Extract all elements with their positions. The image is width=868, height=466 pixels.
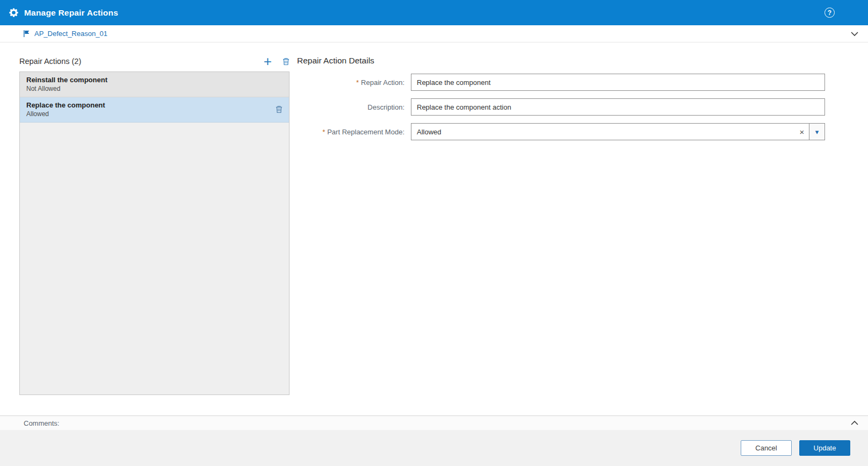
- list-header: Repair Actions (2) +: [19, 55, 290, 67]
- list-item-text: Reinstall the component Not Allowed: [26, 76, 107, 92]
- description-input[interactable]: [411, 98, 825, 116]
- item-title: Replace the component: [26, 101, 105, 109]
- form-row-part-replacement-mode: *Part Replacement Mode: × ▾: [297, 123, 825, 140]
- repair-actions-panel: Repair Actions (2) + Reinstall the compo…: [19, 55, 290, 395]
- cancel-button[interactable]: Cancel: [741, 440, 792, 456]
- clear-icon[interactable]: ×: [795, 124, 809, 140]
- details-title: Repair Action Details: [297, 56, 374, 66]
- part-replacement-mode-input[interactable]: [411, 124, 795, 140]
- list-title: Repair Actions (2): [19, 57, 81, 66]
- comments-section: Comments:: [0, 415, 868, 430]
- footer: Cancel Update: [0, 430, 868, 466]
- add-repair-action-button[interactable]: +: [263, 56, 273, 66]
- chevron-down-icon[interactable]: [850, 31, 859, 37]
- item-title: Reinstall the component: [26, 76, 107, 84]
- manage-gear-icon: [9, 8, 19, 18]
- delete-repair-action-button[interactable]: [283, 58, 290, 66]
- repair-action-input[interactable]: [411, 74, 825, 91]
- required-marker: *: [356, 78, 359, 87]
- details-form: *Repair Action: Description: *Part Repla…: [297, 74, 825, 148]
- repair-actions-list: Reinstall the component Not Allowed Repl…: [19, 71, 290, 395]
- item-subtitle: Not Allowed: [26, 85, 107, 92]
- repair-action-label: *Repair Action:: [297, 78, 411, 87]
- delete-item-icon[interactable]: [276, 105, 283, 113]
- list-item-text: Replace the component Allowed: [26, 101, 105, 118]
- comments-label: Comments:: [24, 419, 59, 427]
- window-title: Manage Repair Actions: [24, 8, 118, 18]
- dropdown-arrow-icon[interactable]: ▾: [809, 124, 824, 140]
- flag-icon: [23, 30, 31, 38]
- update-button[interactable]: Update: [799, 440, 850, 456]
- form-row-repair-action: *Repair Action:: [297, 74, 825, 91]
- main-content: Repair Actions (2) + Reinstall the compo…: [0, 42, 868, 415]
- chevron-up-icon[interactable]: [850, 420, 859, 426]
- part-replacement-mode-combobox: × ▾: [411, 123, 825, 140]
- list-item-replace-selected[interactable]: Replace the component Allowed: [20, 97, 289, 123]
- required-marker: *: [322, 128, 325, 136]
- titlebar: Manage Repair Actions ?: [0, 0, 868, 25]
- list-item-reinstall[interactable]: Reinstall the component Not Allowed: [20, 72, 289, 97]
- context-object-name[interactable]: AP_Defect_Reason_01: [34, 30, 107, 38]
- part-replacement-mode-label: *Part Replacement Mode:: [297, 128, 411, 136]
- context-row: AP_Defect_Reason_01: [0, 25, 868, 42]
- form-row-description: Description:: [297, 98, 825, 116]
- item-subtitle: Allowed: [26, 110, 105, 118]
- help-icon[interactable]: ?: [824, 8, 835, 18]
- description-label: Description:: [297, 103, 411, 111]
